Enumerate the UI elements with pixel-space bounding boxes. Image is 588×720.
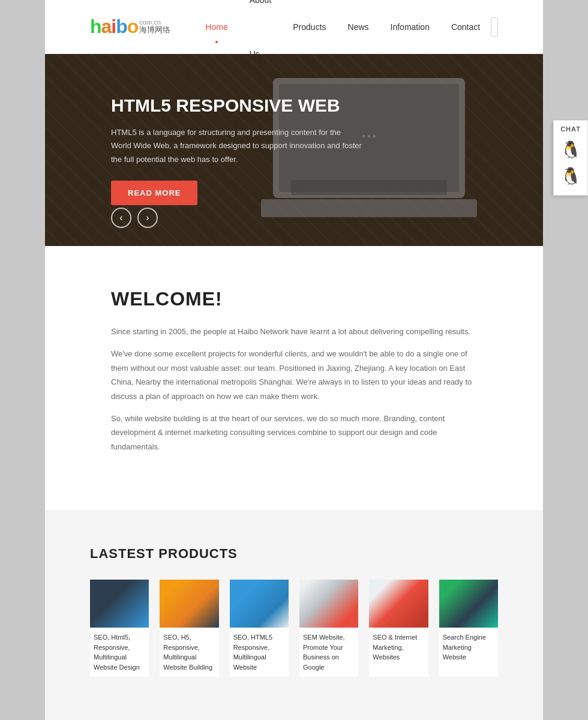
product-label: SEO, HTML5 Responsive, Multilingual Webs… [230, 628, 289, 677]
welcome-para-2: We've done some excellent projects for w… [111, 347, 477, 403]
product-thumb [160, 580, 218, 628]
product-thumb [90, 580, 149, 628]
product-thumb-inner [160, 580, 218, 628]
welcome-title: WELCOME! [111, 288, 477, 310]
products-section: LASTEST PRODUCTS SEO, Html5, Responsive,… [45, 510, 543, 720]
product-thumb-inner [439, 580, 498, 628]
product-thumb [299, 580, 358, 628]
product-label: SEM Website, Promote Your Business on Go… [299, 628, 358, 677]
product-thumb [369, 580, 428, 628]
product-item[interactable]: SEO, H5, Responsive, Multilingual Websit… [160, 580, 218, 677]
product-label: SEO, H5, Responsive, Multilingual Websit… [160, 628, 218, 677]
carousel-controls: ‹ › [111, 208, 158, 228]
header: haibo com.cn 海博网络 Home About Us Products… [45, 0, 543, 54]
nav-news[interactable]: News [337, 0, 380, 54]
product-thumb [439, 580, 498, 628]
nav-contact[interactable]: Contact [440, 0, 491, 54]
product-label: Search Engine Marketing Website [439, 628, 498, 667]
qq-icon-2[interactable]: 🐧 [560, 166, 581, 188]
product-item[interactable]: SEM Website, Promote Your Business on Go… [299, 580, 358, 677]
carousel-next-button[interactable]: › [137, 208, 158, 228]
welcome-para-1: Since starting in 2005, the people at Ha… [111, 325, 477, 338]
chat-widget: CHAT 🐧 🐧 [553, 120, 588, 196]
logo[interactable]: haibo com.cn 海博网络 [90, 16, 170, 38]
products-title: LASTEST PRODUCTS [90, 546, 498, 562]
nav-home[interactable]: Home [194, 0, 238, 54]
qq-icon-1[interactable]: 🐧 [560, 140, 581, 161]
product-label: SEO, Html5, Responsive, Multilingual Web… [90, 628, 149, 677]
products-grid: SEO, Html5, Responsive, Multilingual Web… [90, 580, 498, 677]
svg-text:● ● ●: ● ● ● [362, 133, 376, 139]
carousel-prev-button[interactable]: ‹ [111, 208, 131, 228]
nav-infomation[interactable]: Infomation [380, 0, 440, 54]
read-more-button[interactable]: READ MORE [111, 181, 197, 205]
product-item[interactable]: SEO, HTML5 Responsive, Multilingual Webs… [230, 580, 289, 677]
logo-letter-b: b [116, 16, 127, 37]
product-thumb-inner [90, 580, 149, 628]
search-box: 🔍 [491, 17, 498, 37]
product-item[interactable]: SEO, Html5, Responsive, Multilingual Web… [90, 580, 149, 677]
logo-letter-h: h [90, 16, 101, 37]
hero-title: HTML5 RESPONSIVE WEB [111, 95, 363, 116]
product-thumb-inner [230, 580, 289, 628]
hero-description: HTML5 is a language for structuring and … [111, 126, 363, 166]
logo-letter-o: o [127, 16, 139, 37]
welcome-section: WELCOME! Since starting in 2005, the peo… [45, 246, 543, 510]
product-item[interactable]: Search Engine Marketing Website [439, 580, 498, 677]
product-thumb [230, 580, 289, 628]
welcome-para-3: So, while website building is at the hea… [111, 412, 477, 454]
hero-section: ● ● ● HTML5 RESPONSIVE WEB HTML5 is a la… [45, 54, 543, 246]
search-input[interactable] [491, 18, 498, 35]
chat-label: CHAT [560, 125, 581, 133]
product-thumb-inner [369, 580, 428, 628]
nav-products[interactable]: Products [282, 0, 337, 54]
hero-content: HTML5 RESPONSIVE WEB HTML5 is a language… [111, 95, 363, 205]
product-label: SEO & Internet Marketing, Websites [369, 628, 428, 667]
product-item[interactable]: SEO & Internet Marketing, Websites [369, 580, 428, 677]
logo-letter-a: a [101, 16, 112, 37]
logo-cn: com.cn 海博网络 [139, 19, 170, 34]
product-thumb-inner [299, 580, 358, 628]
